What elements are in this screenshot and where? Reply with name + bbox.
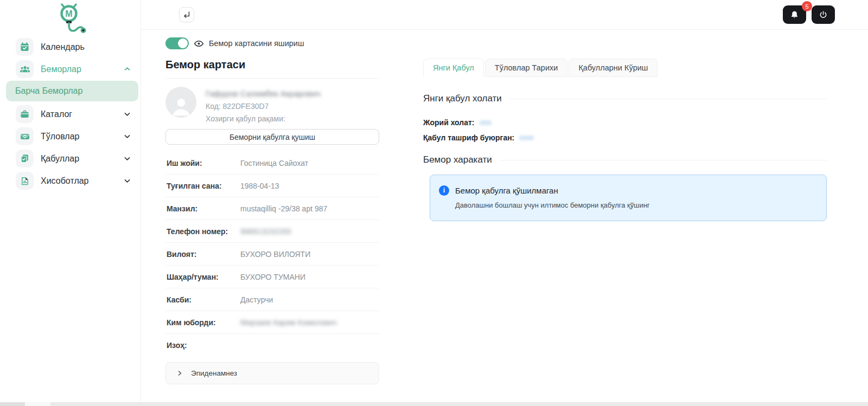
chevron-down-icon bbox=[124, 133, 131, 140]
field-label: Манзил: bbox=[167, 204, 240, 213]
current-state-label: Жорий холат: bbox=[423, 118, 475, 127]
tab-payment-history[interactable]: Тўловлар Тарихи bbox=[485, 59, 568, 77]
visit-panel: Янги Қабул Тўловлар Тарихи Қабулларни Кў… bbox=[423, 59, 827, 221]
epidanamnesis-collapse-panel[interactable]: Эпиденамнез bbox=[165, 362, 379, 384]
person-icon bbox=[169, 94, 193, 118]
bell-icon bbox=[790, 10, 799, 20]
sidebar-item-payments[interactable]: Тўловлар bbox=[0, 125, 141, 147]
hide-card-toggle-label: Бемор картасини яшириш bbox=[209, 39, 304, 48]
patient-code: Код: 822DFE30D7 bbox=[206, 102, 321, 111]
field-label: Касби: bbox=[167, 295, 240, 304]
patient-name-redacted: Гафуров Салимбек Акрарович bbox=[206, 89, 321, 98]
sidebar-item-label: Календарь bbox=[41, 42, 85, 52]
divider bbox=[500, 160, 827, 160]
sidebar-item-reports[interactable]: Хисоботлар bbox=[0, 170, 141, 192]
payments-icon bbox=[16, 127, 34, 145]
notification-badge: 5 bbox=[802, 1, 812, 11]
chevron-down-icon bbox=[124, 111, 131, 118]
divider bbox=[165, 78, 379, 79]
reports-icon bbox=[16, 172, 34, 190]
patient-identity: Гафуров Салимбек Акрарович Код: 822DFE30… bbox=[206, 87, 321, 123]
field-label: Шаҳар/туман: bbox=[167, 273, 240, 281]
patients-icon bbox=[16, 60, 34, 78]
visit-booked-row: Қабул ташриф буюрган: bbox=[423, 133, 827, 142]
horizontal-scrollbar[interactable] bbox=[0, 402, 868, 406]
sidebar-item-label: Тўловлар bbox=[41, 132, 79, 141]
redacted-value bbox=[480, 120, 492, 125]
new-visit-status-section: Янги қабул холати bbox=[423, 93, 827, 104]
sidebar-subitem-all-patients[interactable]: Барча Беморлар bbox=[6, 81, 138, 101]
field-label: Изоҳ: bbox=[167, 341, 240, 350]
scrollbar-thumb[interactable] bbox=[0, 402, 25, 406]
current-visit-number-label: Хозирги қабул рақами: bbox=[206, 114, 321, 123]
sidebar-subitem-label: Барча Беморлар bbox=[15, 86, 82, 96]
scrollbar-segment bbox=[25, 402, 50, 406]
sidebar-item-patients[interactable]: Беморлар bbox=[0, 58, 141, 80]
info-icon: i bbox=[439, 185, 449, 196]
sidebar-nav: Календарь Беморлар Б bbox=[0, 36, 141, 192]
hide-card-toggle-row: Бемор картасини яшириш bbox=[165, 37, 304, 49]
sidebar-item-appointments[interactable]: Қабуллар bbox=[0, 147, 141, 170]
field-label: Ким юборди: bbox=[167, 318, 240, 327]
clinic-logo[interactable]: M bbox=[0, 0, 141, 35]
sidebar-item-label: Беморлар bbox=[41, 65, 81, 74]
field-row-address: Манзил: mustaqilliq -29/38 apt 987 bbox=[165, 197, 379, 220]
arrow-left-to-bar-icon bbox=[182, 10, 191, 19]
divider bbox=[509, 99, 827, 99]
visit-booked-label: Қабул ташриф буюрган: bbox=[423, 133, 514, 142]
field-row-profession: Касби: Дастурчи bbox=[165, 288, 379, 311]
add-patient-to-visit-button[interactable]: Беморни қабулга қушиш bbox=[165, 129, 379, 145]
field-row-note: Изоҳ: bbox=[165, 334, 379, 356]
calendar-icon bbox=[16, 38, 34, 56]
field-value: Гостиница Сайохат bbox=[240, 159, 308, 167]
chevron-down-icon bbox=[124, 177, 131, 184]
field-row-city: Шаҳар/туман: БУХОРО ТУМАНИ bbox=[165, 266, 379, 288]
sidebar: M Календарь bbox=[0, 0, 141, 402]
info-alert-header: i Бемор қабулга қўшилмаган bbox=[439, 185, 815, 196]
patient-avatar bbox=[165, 87, 196, 118]
field-label: Вилоят: bbox=[167, 250, 240, 259]
field-label: Иш жойи: bbox=[167, 159, 240, 167]
eye-icon bbox=[194, 38, 204, 49]
redacted-value bbox=[519, 136, 534, 140]
section-title: Янги қабул холати bbox=[423, 93, 502, 104]
catalog-icon bbox=[16, 105, 34, 123]
info-alert: i Бемор қабулга қўшилмаган Даволашни бош… bbox=[430, 175, 827, 221]
field-row-region: Вилоят: БУХОРО ВИЛОЯТИ bbox=[165, 243, 379, 266]
field-row-phone: Телефон номер: 998913232265 bbox=[165, 220, 379, 243]
current-state-row: Жорий холат: bbox=[423, 118, 827, 127]
sidebar-item-label: Хисоботлар bbox=[41, 176, 89, 186]
field-label: Телефон номер: bbox=[167, 227, 240, 236]
power-icon bbox=[819, 10, 828, 20]
toggle-knob bbox=[178, 38, 188, 48]
field-label: Туғилган сана: bbox=[167, 182, 240, 190]
stethoscope-logo-icon: M bbox=[49, 3, 92, 36]
main-content: Бемор картасини яшириш Бемор картаси Гаф… bbox=[141, 30, 868, 402]
appointments-icon bbox=[16, 150, 34, 167]
sidebar-item-catalog[interactable]: Каталог bbox=[0, 103, 141, 125]
field-value: 1988-04-13 bbox=[240, 182, 279, 190]
tab-new-visit[interactable]: Янги Қабул bbox=[423, 59, 484, 77]
chevron-right-icon bbox=[177, 370, 183, 376]
app-window: M Календарь bbox=[0, 0, 868, 406]
chevron-up-icon bbox=[124, 66, 131, 73]
patient-card: Бемор картаси Гафуров Салимбек Акрарович… bbox=[165, 59, 379, 384]
sidebar-item-label: Каталог bbox=[41, 109, 72, 119]
sidebar-item-calendar[interactable]: Календарь bbox=[0, 36, 141, 58]
svg-text:M: M bbox=[65, 9, 72, 18]
sidebar-collapse-button[interactable] bbox=[179, 7, 194, 22]
field-value: БУХОРО ВИЛОЯТИ bbox=[240, 250, 310, 259]
logout-button[interactable] bbox=[812, 5, 835, 24]
tab-view-visits[interactable]: Қабулларни Кўриш bbox=[569, 59, 658, 77]
hide-card-toggle[interactable] bbox=[165, 37, 189, 49]
chevron-down-icon bbox=[124, 155, 131, 162]
field-row-workplace: Иш жойи: Гостиница Сайохат bbox=[165, 152, 379, 175]
patient-activity-section: Бемор харакати bbox=[423, 154, 827, 165]
patient-fields: Иш жойи: Гостиница Сайохат Туғилган сана… bbox=[165, 152, 379, 356]
field-row-birthdate: Туғилган сана: 1988-04-13 bbox=[165, 175, 379, 197]
field-row-referrer: Ким юборди: Мирзаев Карим Комилович bbox=[165, 311, 379, 334]
sidebar-item-label: Қабуллар bbox=[41, 154, 79, 164]
visit-tabs: Янги Қабул Тўловлар Тарихи Қабулларни Кў… bbox=[423, 59, 827, 77]
info-alert-title: Бемор қабулга қўшилмаган bbox=[455, 186, 558, 195]
topbar: 5 bbox=[141, 0, 868, 30]
